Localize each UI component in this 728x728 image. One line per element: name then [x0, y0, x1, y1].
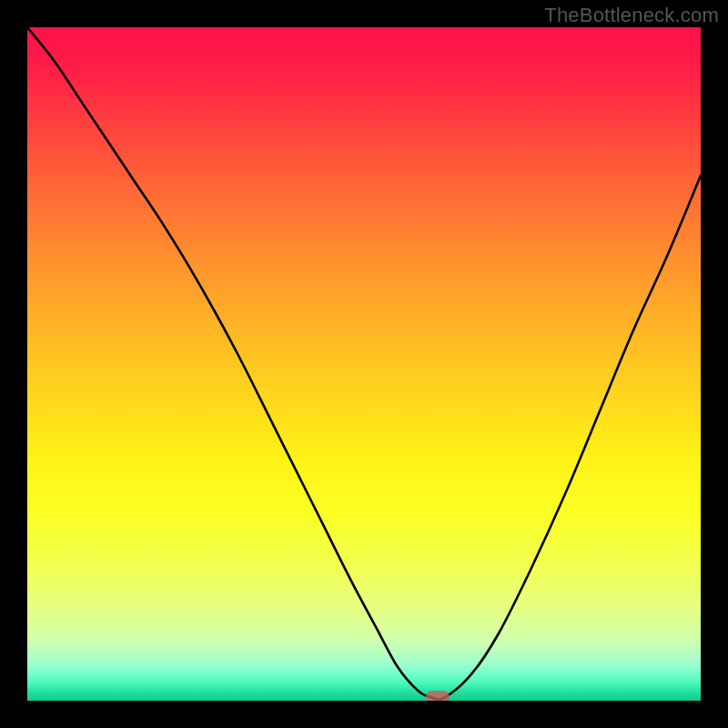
optimum-marker — [426, 691, 450, 701]
plot-area — [27, 27, 701, 701]
chart-frame: TheBottleneck.com — [0, 0, 728, 728]
bottleneck-curve-path — [27, 27, 701, 700]
watermark-text: TheBottleneck.com — [544, 4, 719, 27]
bottleneck-curve-svg — [27, 27, 701, 701]
